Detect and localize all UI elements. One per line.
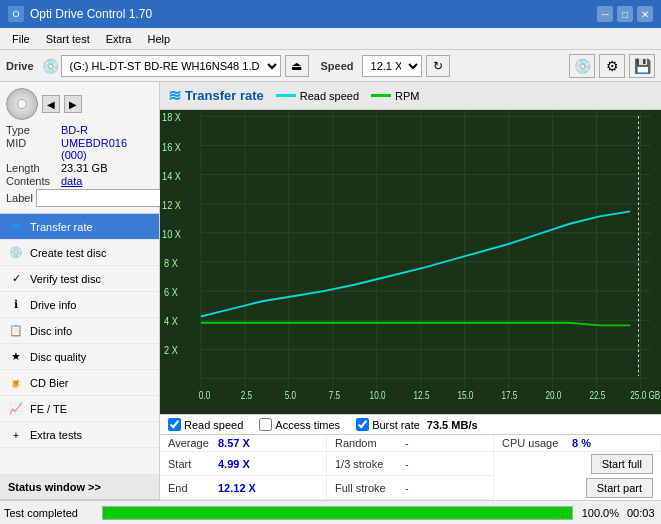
speed-select[interactable]: 12.1 X ▾ [362,55,422,77]
burst-rate-checkbox-label: Burst rate [372,419,420,431]
disc-prev-button[interactable]: ◀ [42,95,60,113]
close-button[interactable]: ✕ [637,6,653,22]
menu-help[interactable]: Help [139,31,178,47]
svg-text:2.5: 2.5 [241,390,252,401]
svg-text:4 X: 4 X [164,315,178,327]
drive-info-icon: ℹ [8,297,24,313]
menu-start-test[interactable]: Start test [38,31,98,47]
legend-rpm: RPM [371,90,419,102]
window-controls: ─ □ ✕ [597,6,653,22]
nav-item-fe-te[interactable]: 📈 FE / TE [0,396,159,422]
drive-icon: 💿 [42,58,59,74]
legend-rpm-color [371,94,391,97]
nav-item-verify-test-disc-label: Verify test disc [30,273,101,285]
nav-item-fe-te-label: FE / TE [30,403,67,415]
nav-item-drive-info[interactable]: ℹ Drive info [0,292,159,318]
stat-start-label: Start [168,458,218,470]
nav-item-create-test-disc-label: Create test disc [30,247,106,259]
disc-quality-icon: ★ [8,349,24,365]
window-title: Opti Drive Control 1.70 [30,7,152,21]
disc-label-row: Label 📁 [6,189,153,207]
disc-next-button[interactable]: ▶ [64,95,82,113]
refresh-button[interactable]: ↻ [426,55,450,77]
stat-end-label: End [168,482,218,494]
svg-text:17.5: 17.5 [501,390,517,401]
stat-third-stroke-row: 1/3 stroke - [327,452,494,476]
burst-rate-checkbox-item: Burst rate 73.5 MB/s [356,418,477,431]
status-window-button[interactable]: Status window >> [0,474,159,500]
stat-end-value: 12.12 X [218,482,258,494]
legend-read-speed: Read speed [276,90,359,102]
access-times-checkbox-label: Access times [275,419,340,431]
maximize-button[interactable]: □ [617,6,633,22]
eject-button[interactable]: ⏏ [285,55,309,77]
nav-item-disc-quality[interactable]: ★ Disc quality [0,344,159,370]
start-full-button[interactable]: Start full [591,454,653,474]
verify-test-disc-icon: ✓ [8,271,24,287]
save-button[interactable]: 💾 [629,54,655,78]
start-part-button[interactable]: Start part [586,478,653,498]
drive-select[interactable]: (G:) HL-DT-ST BD-RE WH16NS48 1.D3 [61,55,281,77]
stat-cpu-row: CPU usage 8 % [494,435,661,452]
svg-text:14 X: 14 X [162,170,181,182]
stat-end-row: End 12.12 X [160,476,327,500]
nav-item-cd-bier[interactable]: 🍺 CD Bier [0,370,159,396]
svg-text:20.0: 20.0 [545,390,561,401]
nav-item-transfer-rate[interactable]: ≋ Transfer rate [0,214,159,240]
main-content: ◀ ▶ Type BD-R MID UMEBDR016 (000) Length… [0,82,661,500]
disc-length-label: Length [6,162,61,174]
disc-contents-value[interactable]: data [61,175,82,187]
svg-text:15.0: 15.0 [458,390,474,401]
nav-items: ≋ Transfer rate 💿 Create test disc ✓ Ver… [0,214,159,474]
svg-text:22.5: 22.5 [589,390,605,401]
svg-text:6 X: 6 X [164,286,178,298]
stat-random-label: Random [335,437,405,449]
title-bar-left: O Opti Drive Control 1.70 [8,6,152,22]
disc-mid-value: UMEBDR016 (000) [61,137,153,161]
progress-bar-outer [102,506,573,520]
disc-type-label: Type [6,124,61,136]
settings-button[interactable]: ⚙ [599,54,625,78]
chart-container: 18 X 16 X 14 X 12 X 10 X 8 X 6 X 4 X 2 X… [160,110,661,414]
stat-average-label: Average [168,437,218,449]
menu-file[interactable]: File [4,31,38,47]
minimize-button[interactable]: ─ [597,6,613,22]
toolbar: Drive 💿 (G:) HL-DT-ST BD-RE WH16NS48 1.D… [0,50,661,82]
nav-item-disc-info[interactable]: 📋 Disc info [0,318,159,344]
status-text: Test completed [4,507,94,519]
access-times-checkbox[interactable] [259,418,272,431]
disc-contents-row: Contents data [6,175,153,187]
stat-start-value: 4.99 X [218,458,258,470]
menu-extra[interactable]: Extra [98,31,140,47]
stat-third-stroke-label: 1/3 stroke [335,458,405,470]
disc-length-row: Length 23.31 GB [6,162,153,174]
disc-button[interactable]: 💿 [569,54,595,78]
progress-bar-inner [103,507,572,519]
extra-tests-icon: + [8,427,24,443]
access-times-checkbox-item: Access times [259,418,340,431]
chart-icon: ≋ [168,86,181,105]
nav-item-create-test-disc[interactable]: 💿 Create test disc [0,240,159,266]
disc-label-input[interactable] [36,189,169,207]
progress-percent: 100.0% [581,507,619,519]
disc-icon [6,88,38,120]
nav-item-extra-tests[interactable]: + Extra tests [0,422,159,448]
stat-start-full-row: Start full [494,452,661,476]
disc-info-icon: 📋 [8,323,24,339]
cd-bier-icon: 🍺 [8,375,24,391]
stat-full-stroke-label: Full stroke [335,482,405,494]
disc-info-panel: ◀ ▶ Type BD-R MID UMEBDR016 (000) Length… [0,82,159,214]
chart-header: ≋ Transfer rate Read speed RPM [160,82,661,110]
burst-rate-checkbox[interactable] [356,418,369,431]
nav-item-verify-test-disc[interactable]: ✓ Verify test disc [0,266,159,292]
chart-checkboxes: Read speed Access times Burst rate 73.5 … [160,414,661,434]
nav-item-drive-info-label: Drive info [30,299,76,311]
svg-text:10 X: 10 X [162,228,181,240]
disc-label-label: Label [6,192,33,204]
disc-type-row: Type BD-R [6,124,153,136]
read-speed-checkbox[interactable] [168,418,181,431]
burst-rate-value: 73.5 MB/s [427,419,478,431]
menu-bar: File Start test Extra Help [0,28,661,50]
sidebar: ◀ ▶ Type BD-R MID UMEBDR016 (000) Length… [0,82,160,500]
disc-mid-label: MID [6,137,61,149]
